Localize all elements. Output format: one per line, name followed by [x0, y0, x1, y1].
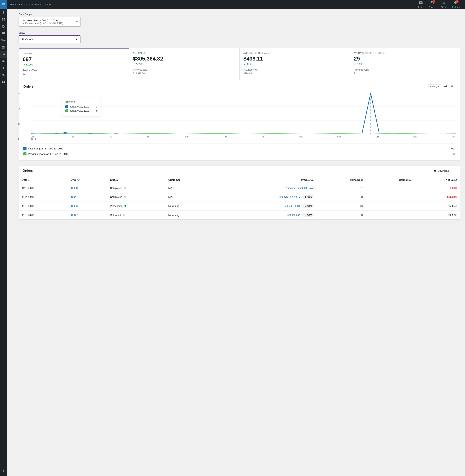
legend-checkbox-0[interactable]: ✓ [23, 147, 27, 150]
row-3-order-link[interactable]: 10947 [71, 214, 78, 217]
reviews-badge: 1 [456, 0, 459, 3]
stat-orders-change: 619% [23, 63, 125, 66]
row-2-more-badge[interactable]: +9 more [302, 204, 314, 208]
stat-orders[interactable]: ORDERS 697 619% Previous Year: 97 [19, 48, 129, 80]
row-2-status-dot [124, 205, 126, 207]
stat-avg-items[interactable]: AVERAGE ITEMS PER ORDER 29 36% Previous … [350, 48, 460, 80]
tooltip-title: ORDERS [65, 101, 97, 103]
sidebar-item-comments[interactable] [0, 30, 7, 37]
row-0-product-link[interactable]: Andover Splash Of Color [286, 186, 314, 189]
sidebar-item-woo[interactable]: Woo [0, 37, 7, 44]
admin-nav: Inbox 1 Orders Stock 1 Reviews [416, 0, 462, 9]
show-value: All Orders [22, 38, 33, 41]
x-label-may: May [185, 135, 189, 140]
show-chevron-icon: ▾ [76, 38, 77, 41]
col-order-num[interactable]: Order # [67, 176, 107, 184]
row-1-date: 11/28/2019 [19, 192, 67, 201]
row-2-items-sold: 46 [317, 201, 366, 211]
stat-orders-value: 697 [23, 56, 125, 62]
sidebar-item-pin[interactable] [0, 9, 7, 16]
x-label-aug: Aug [299, 135, 303, 140]
row-0-coupons [366, 184, 414, 192]
row-0-order-link[interactable]: 10930 [71, 186, 78, 189]
breadcrumb-woocommerce[interactable]: WooCommerce [10, 3, 27, 6]
col-products[interactable]: Product(s) [212, 176, 317, 184]
sidebar-logo[interactable]: W [0, 0, 7, 9]
sidebar-item-blocks[interactable] [0, 16, 7, 23]
sidebar-item-analytics[interactable] [0, 51, 7, 58]
row-1-status: Completed [107, 192, 165, 201]
stat-net-sales-value: $305,364.32 [133, 56, 236, 62]
col-customer[interactable]: Customer [165, 176, 212, 184]
y-label-270: 270 [18, 92, 21, 94]
col-status[interactable]: Status [107, 176, 165, 184]
col-date[interactable]: Date ↓ [19, 176, 67, 184]
stat-avg-order-prev: Previous Year: $298.96 [243, 68, 346, 75]
sidebar-item-pages[interactable] [0, 23, 7, 30]
y-label-180: 180 [18, 107, 21, 110]
sidebar-item-play[interactable] [0, 467, 7, 475]
col-coupons[interactable]: Coupon(s) [366, 176, 414, 184]
tooltip-dot-1 [65, 109, 68, 112]
row-3-more-badge[interactable]: +5 more [302, 213, 314, 217]
row-2-customer: Returning [165, 201, 212, 211]
table-row: 11/18/2019 10936 Processing Returning Go… [19, 201, 460, 211]
sidebar-item-customers[interactable] [0, 65, 7, 72]
admin-nav-stock-label: Stock [441, 6, 446, 8]
row-2-products: Go Go Hexies +9 more [212, 201, 317, 211]
row-1-more-badge[interactable]: +5 more [302, 195, 314, 198]
chart-controls: By day ▾ [428, 84, 455, 89]
row-1-order-link[interactable]: 10947 [71, 196, 78, 198]
row-3-product-link[interactable]: Bright Heart [287, 213, 300, 216]
orders-badge: 1 [433, 0, 435, 3]
tooltip-row-0: January 29, 2019 3 [65, 105, 97, 108]
row-3-customer: Returning [165, 211, 212, 220]
admin-nav-stock[interactable]: Stock [438, 0, 449, 9]
row-0-items-sold: -1 [317, 184, 366, 192]
admin-nav-orders-label: Orders [429, 6, 435, 8]
row-0-date: 12/18/2019 [19, 184, 67, 192]
line-chart-btn[interactable] [442, 84, 448, 89]
row-3-status-dot [123, 214, 125, 216]
col-net-sales[interactable]: Net Sales [415, 176, 460, 184]
chart-section: Orders By day ▾ 270 180 90 0 [19, 80, 460, 161]
legend-label-0: Last Year (Jan 1 - Dec 31, 2019) [28, 147, 64, 150]
row-0-net-sales: $-5.00 [415, 184, 460, 192]
admin-nav-inbox-label: Inbox [418, 6, 423, 8]
sidebar-item-marketing[interactable] [0, 58, 7, 65]
admin-nav-reviews[interactable]: 1 Reviews [449, 0, 462, 9]
row-2-product-link[interactable]: Go Go Hexies [285, 204, 301, 207]
date-range-dropdown[interactable]: Last Year (Jan 1 - Dec 31, 2019) vs. Pre… [19, 17, 80, 27]
admin-nav-inbox[interactable]: Inbox [416, 0, 426, 9]
sidebar-item-reports[interactable] [0, 79, 7, 85]
col-items-sold[interactable]: Items Sold [317, 176, 366, 184]
tooltip-val-0: 3 [96, 105, 97, 108]
stat-avg-order[interactable]: AVERAGE ORDER VALUE $438.11 47% Previous… [240, 48, 350, 80]
sidebar-item-products[interactable] [0, 44, 7, 51]
row-0-products: Andover Splash Of Color [212, 184, 317, 192]
admin-nav-orders[interactable]: 1 Orders [426, 0, 438, 9]
x-label-feb: Feb [70, 135, 74, 140]
chart-view-chevron: ▾ [438, 85, 439, 88]
chart-view-label: By day [430, 85, 437, 88]
sidebar-item-tools[interactable] [0, 72, 7, 79]
bar-chart-btn[interactable] [450, 84, 455, 89]
chart-svg: ORDERS January 29, 2019 3 January 29, 20… [31, 92, 455, 135]
inbox-icon [419, 1, 423, 6]
legend-count-1: 97 [453, 153, 455, 155]
row-3-items-sold: 38 [317, 211, 366, 220]
stat-net-sales[interactable]: NET SALES $305,364.32 953% Previous Year… [129, 48, 240, 80]
download-button[interactable]: Download [433, 169, 449, 172]
more-options-button[interactable]: ⋮ [451, 169, 456, 173]
row-3-date: 11/18/2019 [19, 211, 67, 220]
chart-view-dropdown[interactable]: By day ▾ [428, 84, 441, 89]
y-label-90: 90 [18, 123, 21, 125]
breadcrumb-analytics[interactable]: Analytics [31, 3, 41, 6]
stat-avg-order-label: AVERAGE ORDER VALUE [243, 52, 346, 54]
row-2-order-link[interactable]: 10936 [71, 205, 78, 207]
x-label-jul: Jul [262, 135, 264, 140]
show-dropdown[interactable]: All Orders ▾ [19, 35, 80, 43]
row-1-product-link[interactable]: snuggle in winter 2 [279, 195, 300, 198]
row-2-net-sales: $586.47 [415, 201, 460, 211]
legend-checkbox-1[interactable]: ✓ [23, 152, 27, 155]
